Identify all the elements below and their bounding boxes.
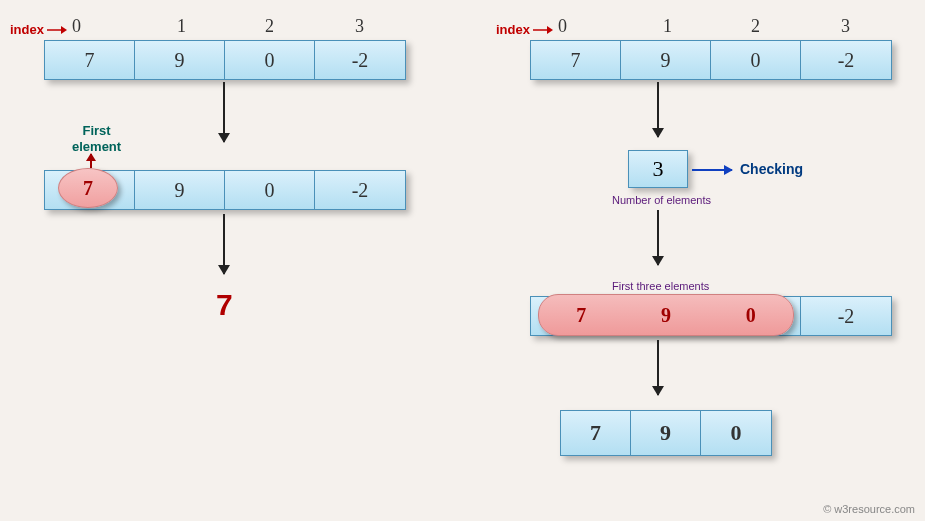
cell: 0 <box>711 41 801 79</box>
footer-credit: © w3resource.com <box>823 503 915 515</box>
pill-val-0: 7 <box>576 304 586 327</box>
first-element-arrow <box>90 154 92 168</box>
index-label-right: index <box>496 22 530 37</box>
array-right-top: 7 9 0 -2 <box>530 40 892 80</box>
array-left-top: 7 9 0 -2 <box>44 40 406 80</box>
cell: -2 <box>801 297 891 335</box>
first-three-label: First three elements <box>612 280 709 292</box>
checking-arrow <box>692 169 732 171</box>
index-arrow-right <box>533 26 553 34</box>
svg-marker-3 <box>547 26 553 34</box>
cell: 0 <box>701 411 771 455</box>
cell: -2 <box>801 41 891 79</box>
cell: 9 <box>631 411 701 455</box>
cell: 7 <box>531 41 621 79</box>
index-2-left: 2 <box>265 16 274 37</box>
check-box: 3 <box>628 150 688 188</box>
result-left: 7 <box>216 288 233 322</box>
cell: 9 <box>135 171 225 209</box>
index-3-left: 3 <box>355 16 364 37</box>
index-2-right: 2 <box>751 16 760 37</box>
index-0-right: 0 <box>558 16 567 37</box>
arrow-down-2 <box>223 214 225 274</box>
checking-label: Checking <box>740 161 803 177</box>
array-right-result: 7 9 0 <box>560 410 772 456</box>
index-arrow-left <box>47 26 67 34</box>
cell: 9 <box>135 41 225 79</box>
pill-highlight: 7 9 0 <box>538 294 794 336</box>
index-1-right: 1 <box>663 16 672 37</box>
index-0-left: 0 <box>72 16 81 37</box>
cell: -2 <box>315 171 405 209</box>
arrow-down-r2 <box>657 210 659 265</box>
index-1-left: 1 <box>177 16 186 37</box>
first-element-label: First element <box>72 123 121 154</box>
pill-val-1: 9 <box>661 304 671 327</box>
pill-val-2: 0 <box>746 304 756 327</box>
index-3-right: 3 <box>841 16 850 37</box>
cell: -2 <box>315 41 405 79</box>
num-elements-label: Number of elements <box>612 194 711 206</box>
index-label-left: index <box>10 22 44 37</box>
ellipse-highlight: 7 <box>58 168 118 208</box>
arrow-down-1 <box>223 82 225 142</box>
cell: 0 <box>225 171 315 209</box>
arrow-down-r1 <box>657 82 659 137</box>
cell: 0 <box>225 41 315 79</box>
cell: 9 <box>621 41 711 79</box>
arrow-down-r3 <box>657 340 659 395</box>
cell: 7 <box>45 41 135 79</box>
svg-marker-1 <box>61 26 67 34</box>
cell: 7 <box>561 411 631 455</box>
